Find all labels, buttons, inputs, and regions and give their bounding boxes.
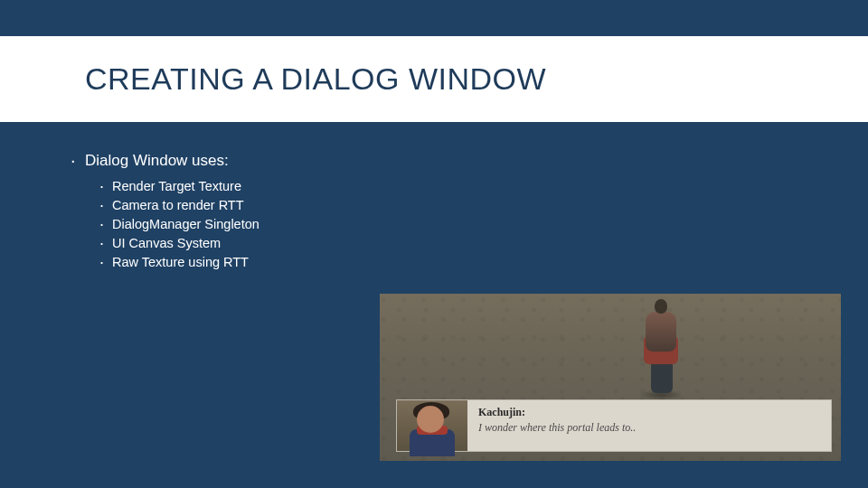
sub-bullet: DialogManager Singleton <box>112 215 772 234</box>
sub-bullet: Render Target Texture <box>112 177 772 196</box>
dialog-line: I wonder where this portal leads to.. <box>478 421 820 435</box>
dialog-text: Kachujin: I wonder where this portal lea… <box>467 400 831 451</box>
sub-bullet: UI Canvas System <box>112 234 772 253</box>
sub-bullet: Raw Texture using RTT <box>112 253 772 272</box>
slide-title: CREATING A DIALOG WINDOW <box>85 61 546 97</box>
content-area: Dialog Window uses: Render Target Textur… <box>85 152 772 272</box>
sub-bullet: Camera to render RTT <box>112 196 772 215</box>
header-strip <box>0 0 868 36</box>
dialog-speaker-name: Kachujin: <box>478 406 820 419</box>
sub-bullet-list: Render Target Texture Camera to render R… <box>112 177 772 272</box>
dialog-avatar <box>397 400 467 451</box>
character-back <box>633 297 687 404</box>
title-band: CREATING A DIALOG WINDOW <box>0 36 868 122</box>
game-screenshot: Kachujin: I wonder where this portal lea… <box>380 294 841 461</box>
dialog-box: Kachujin: I wonder where this portal lea… <box>396 399 832 452</box>
bullet-main: Dialog Window uses: <box>85 152 772 170</box>
